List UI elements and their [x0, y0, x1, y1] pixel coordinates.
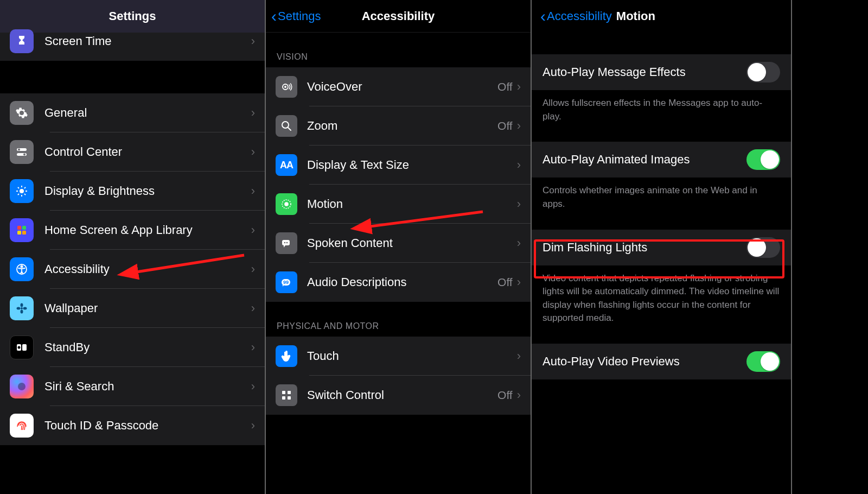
chevron-right-icon: › [251, 145, 255, 159]
svg-point-2 [18, 149, 20, 151]
row-spoken-content[interactable]: Spoken Content › [266, 224, 531, 263]
row-siri-search[interactable]: Siri & Search › [0, 367, 265, 406]
chevron-right-icon: › [517, 80, 521, 94]
row-label: Zoom [307, 119, 497, 133]
gear-icon [10, 101, 34, 125]
toggle-autoplay-message-effects[interactable] [746, 62, 780, 83]
navbar-accessibility: ‹ Settings Accessibility [266, 0, 531, 33]
svg-point-21 [21, 310, 23, 314]
section-header-vision: VISION [266, 33, 531, 67]
row-switch-control[interactable]: Switch Control Off › [266, 376, 531, 415]
row-label: VoiceOver [307, 80, 497, 94]
row-label: Spoken Content [307, 236, 517, 250]
row-label: Touch [307, 349, 517, 363]
row-label: Auto-Play Message Effects [542, 65, 746, 79]
row-autoplay-video-previews[interactable]: Auto-Play Video Previews [532, 344, 791, 379]
clock-widget-icon [10, 335, 34, 359]
svg-rect-16 [22, 231, 26, 235]
row-value: Off [497, 276, 513, 289]
svg-point-36 [284, 242, 285, 243]
settings-pane: Settings Screen Time › General › Control… [0, 0, 266, 494]
svg-point-23 [23, 307, 27, 310]
footer-dim-flashing: Video content that depicts repeated flas… [532, 265, 791, 335]
svg-point-18 [21, 265, 22, 267]
row-autoplay-message-effects[interactable]: Auto-Play Message Effects [532, 54, 791, 90]
chevron-right-icon: › [251, 262, 255, 276]
back-button[interactable]: ‹ Accessibility [535, 7, 612, 26]
back-label: Settings [278, 9, 321, 23]
svg-point-20 [21, 303, 23, 307]
row-value: Off [497, 389, 513, 402]
chevron-right-icon: › [251, 34, 255, 48]
chevron-right-icon: › [517, 236, 521, 250]
row-value: Off [497, 119, 513, 132]
row-standby[interactable]: StandBy › [0, 328, 265, 367]
svg-line-11 [18, 194, 19, 195]
motion-pane: ‹ Accessibility Motion Auto-Play Message… [532, 0, 792, 494]
toggle-dim-flashing-lights[interactable] [746, 237, 780, 258]
siri-icon [10, 375, 34, 398]
svg-rect-13 [17, 226, 21, 230]
svg-rect-35 [282, 240, 290, 245]
page-title: Motion [616, 9, 655, 23]
chevron-right-icon: › [251, 301, 255, 315]
brightness-icon [10, 179, 34, 203]
svg-point-4 [20, 189, 24, 193]
row-audio-descriptions[interactable]: 99 Audio Descriptions Off › [266, 263, 531, 302]
toggle-autoplay-video-previews[interactable] [746, 351, 780, 372]
row-label: Home Screen & App Library [44, 223, 251, 237]
toggles-icon [10, 140, 34, 164]
row-accessibility[interactable]: Accessibility › [0, 250, 265, 289]
row-label: Display & Brightness [44, 184, 251, 198]
chevron-right-icon: › [251, 379, 255, 394]
row-display-text-size[interactable]: AA Display & Text Size › [266, 145, 531, 185]
row-general[interactable]: General › [0, 93, 265, 132]
svg-point-30 [284, 86, 286, 88]
row-dim-flashing-lights[interactable]: Dim Flashing Lights [532, 230, 791, 265]
svg-point-26 [18, 346, 21, 349]
chevron-right-icon: › [251, 340, 255, 354]
svg-rect-41 [288, 391, 291, 394]
svg-rect-15 [17, 231, 21, 235]
footer-autoplay-message: Allows fullscreen effects in the Message… [532, 90, 791, 133]
zoom-icon [276, 115, 297, 137]
back-button[interactable]: ‹ Settings [266, 7, 321, 26]
fingerprint-icon [10, 414, 34, 438]
back-label: Accessibility [547, 9, 612, 23]
row-display-brightness[interactable]: Display & Brightness › [0, 172, 265, 211]
chevron-right-icon: › [251, 419, 255, 433]
row-touchid-passcode[interactable]: Touch ID & Passcode › [0, 406, 265, 445]
chevron-left-icon: ‹ [271, 7, 277, 26]
motion-icon [276, 193, 297, 215]
row-wallpaper[interactable]: Wallpaper › [0, 289, 265, 328]
flower-icon [10, 296, 34, 320]
svg-line-12 [24, 187, 25, 188]
row-control-center[interactable]: Control Center › [0, 132, 265, 172]
svg-point-37 [286, 242, 288, 243]
row-voiceover[interactable]: VoiceOver Off › [266, 67, 531, 106]
row-label: Control Center [44, 145, 251, 159]
row-home-screen[interactable]: Home Screen & App Library › [0, 211, 265, 250]
footer-autoplay-animated: Controls whether images animate on the W… [532, 178, 791, 220]
toggle-autoplay-animated-images[interactable] [746, 149, 780, 170]
svg-point-3 [23, 154, 25, 156]
section-header-motor: PHYSICAL AND MOTOR [266, 302, 531, 337]
row-label: Auto-Play Animated Images [542, 153, 746, 167]
row-screen-time[interactable]: Screen Time › [0, 22, 265, 61]
accessibility-icon [10, 257, 34, 281]
row-label: Auto-Play Video Previews [542, 354, 746, 369]
row-autoplay-animated-images[interactable]: Auto-Play Animated Images [532, 142, 791, 178]
row-touch[interactable]: Touch › [266, 337, 531, 376]
chevron-right-icon: › [251, 184, 255, 198]
chevron-right-icon: › [251, 223, 255, 237]
row-label: Touch ID & Passcode [44, 419, 251, 433]
row-label: Dim Flashing Lights [542, 240, 746, 255]
row-label: Audio Descriptions [307, 275, 497, 289]
audio-descriptions-icon: 99 [276, 271, 297, 293]
chevron-right-icon: › [251, 106, 255, 120]
chevron-left-icon: ‹ [540, 7, 546, 26]
row-label: Screen Time [44, 34, 251, 48]
row-motion[interactable]: Motion › [266, 185, 531, 224]
row-zoom[interactable]: Zoom Off › [266, 106, 531, 145]
apps-grid-icon [10, 218, 34, 242]
